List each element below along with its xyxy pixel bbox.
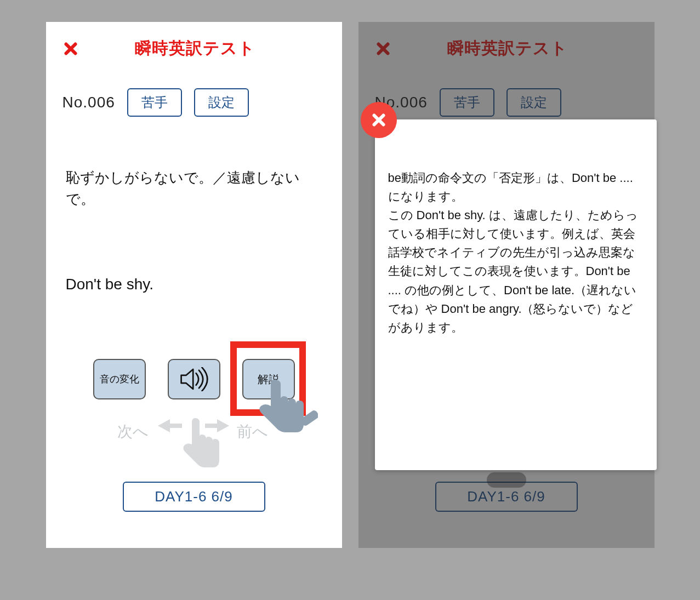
speaker-button[interactable] — [168, 359, 220, 399]
weak-button[interactable]: 苦手 — [127, 88, 182, 117]
header: 瞬時英訳テスト — [46, 22, 342, 60]
popup-close-icon[interactable] — [361, 102, 397, 138]
question-meta-row: No.006 苦手 設定 — [358, 60, 655, 117]
swipe-gesture-icon — [156, 403, 243, 468]
phone-right: 瞬時英訳テスト No.006 苦手 設定 恥ずかしがらないで。／遠慮しないで。 … — [358, 22, 655, 548]
phone-left: 瞬時英訳テスト No.006 苦手 設定 恥ずかしがらないで。／遠慮しないで。 … — [46, 22, 342, 548]
japanese-sentence: 恥ずかしがらないで。／遠慮しないで。 — [46, 117, 342, 210]
page-title: 瞬時英訳テスト — [375, 37, 640, 60]
question-number: No.006 — [62, 94, 115, 111]
speaker-icon — [179, 367, 209, 391]
swipe-next-label: 次へ — [117, 421, 149, 442]
question-meta-row: No.006 苦手 設定 — [46, 60, 342, 117]
explanation-popup: be動詞の命令文の「否定形」は、Don't be .... になります。 この … — [375, 119, 657, 470]
close-icon[interactable] — [62, 41, 79, 57]
sound-change-button[interactable]: 音の変化 — [93, 359, 146, 399]
settings-button[interactable]: 設定 — [194, 88, 249, 117]
explanation-text: be動詞の命令文の「否定形」は、Don't be .... になります。 この … — [388, 169, 644, 337]
swipe-prev-label: 前へ — [237, 421, 268, 442]
swipe-hint: 次へ 前へ — [46, 403, 342, 468]
action-row: 音の変化 解説 — [46, 359, 342, 399]
header: 瞬時英訳テスト — [358, 22, 655, 60]
close-icon[interactable] — [375, 41, 391, 57]
page-title: 瞬時英訳テスト — [62, 37, 328, 60]
settings-button[interactable]: 設定 — [506, 88, 561, 117]
progress-indicator[interactable]: DAY1-6 6/9 — [123, 482, 265, 512]
english-sentence: Don't be shy. — [46, 210, 342, 293]
weak-button[interactable]: 苦手 — [440, 88, 494, 117]
slider-track[interactable] — [487, 472, 526, 488]
